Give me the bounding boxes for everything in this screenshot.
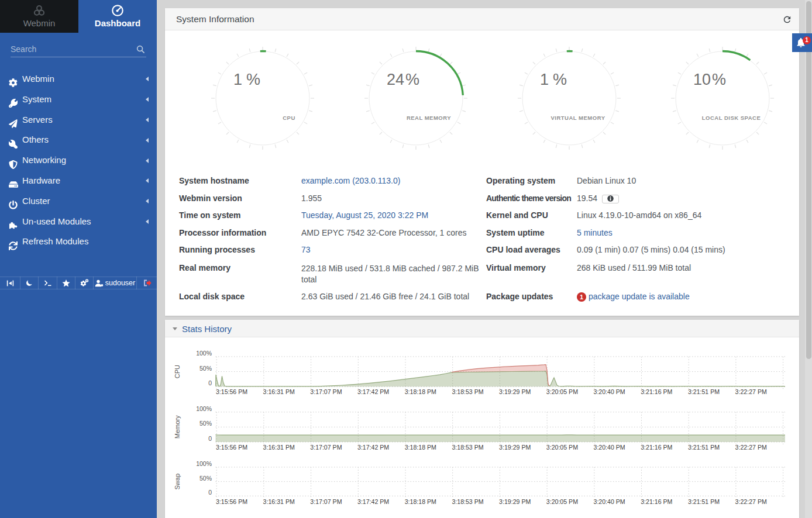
svg-text:3:15:56 PM: 3:15:56 PM	[216, 388, 247, 395]
svg-text:3:18:53 PM: 3:18:53 PM	[452, 388, 483, 395]
svg-text:CPU: CPU	[174, 365, 181, 378]
svg-text:3:21:51 PM: 3:21:51 PM	[688, 388, 720, 395]
svg-text:3:20:40 PM: 3:20:40 PM	[594, 388, 625, 395]
svg-text:100%: 100%	[196, 460, 212, 467]
svg-text:3:17:07 PM: 3:17:07 PM	[310, 444, 342, 451]
svg-text:0: 0	[208, 435, 212, 442]
svg-text:3:18:53 PM: 3:18:53 PM	[452, 498, 483, 505]
svg-text:3:20:05 PM: 3:20:05 PM	[546, 498, 578, 505]
svg-text:3:17:07 PM: 3:17:07 PM	[310, 498, 342, 505]
svg-text:3:17:42 PM: 3:17:42 PM	[357, 444, 389, 451]
svg-text:50%: 50%	[199, 365, 212, 372]
svg-text:3:22:27 PM: 3:22:27 PM	[735, 444, 767, 451]
svg-text:3:15:56 PM: 3:15:56 PM	[216, 498, 247, 505]
svg-text:100%: 100%	[196, 405, 212, 412]
svg-text:3:17:07 PM: 3:17:07 PM	[310, 388, 342, 395]
svg-text:3:22:27 PM: 3:22:27 PM	[735, 388, 767, 395]
svg-text:1%: 1%	[540, 71, 567, 88]
svg-text:0: 0	[208, 379, 212, 386]
svg-text:Memory: Memory	[174, 415, 181, 438]
svg-text:LOCAL DISK SPACE: LOCAL DISK SPACE	[702, 115, 761, 121]
svg-text:3:19:29 PM: 3:19:29 PM	[499, 444, 531, 451]
svg-text:3:21:16 PM: 3:21:16 PM	[641, 498, 672, 505]
svg-text:REAL MEMORY: REAL MEMORY	[407, 115, 451, 121]
svg-text:3:17:42 PM: 3:17:42 PM	[357, 388, 389, 395]
svg-text:3:16:31 PM: 3:16:31 PM	[263, 388, 295, 395]
svg-text:3:19:29 PM: 3:19:29 PM	[499, 498, 531, 505]
svg-text:3:18:18 PM: 3:18:18 PM	[405, 498, 436, 505]
svg-text:3:21:51 PM: 3:21:51 PM	[688, 444, 720, 451]
svg-text:24%: 24%	[387, 71, 419, 88]
svg-text:3:21:51 PM: 3:21:51 PM	[688, 498, 720, 505]
svg-text:100%: 100%	[196, 350, 212, 357]
svg-text:3:19:29 PM: 3:19:29 PM	[499, 388, 531, 395]
svg-text:1%: 1%	[233, 71, 260, 88]
svg-text:3:18:18 PM: 3:18:18 PM	[405, 444, 436, 451]
svg-text:3:20:05 PM: 3:20:05 PM	[546, 444, 578, 451]
svg-text:3:15:56 PM: 3:15:56 PM	[216, 444, 247, 451]
svg-text:10%: 10%	[693, 71, 726, 88]
svg-text:3:18:18 PM: 3:18:18 PM	[405, 388, 436, 395]
svg-text:3:17:42 PM: 3:17:42 PM	[357, 498, 389, 505]
svg-text:3:18:53 PM: 3:18:53 PM	[452, 444, 483, 451]
svg-text:3:21:16 PM: 3:21:16 PM	[641, 388, 672, 395]
svg-text:3:20:40 PM: 3:20:40 PM	[594, 444, 625, 451]
svg-text:0: 0	[208, 489, 212, 496]
svg-text:50%: 50%	[199, 420, 212, 427]
svg-text:CPU: CPU	[283, 115, 295, 121]
svg-text:3:22:27 PM: 3:22:27 PM	[735, 498, 767, 505]
svg-text:3:21:16 PM: 3:21:16 PM	[641, 444, 672, 451]
svg-text:50%: 50%	[199, 475, 212, 482]
svg-text:Swap: Swap	[174, 474, 181, 490]
svg-text:3:20:40 PM: 3:20:40 PM	[594, 498, 625, 505]
svg-text:3:20:05 PM: 3:20:05 PM	[546, 388, 578, 395]
svg-text:3:16:31 PM: 3:16:31 PM	[263, 498, 295, 505]
svg-text:VIRTUAL MEMORY: VIRTUAL MEMORY	[550, 115, 605, 121]
svg-text:3:16:31 PM: 3:16:31 PM	[263, 444, 295, 451]
